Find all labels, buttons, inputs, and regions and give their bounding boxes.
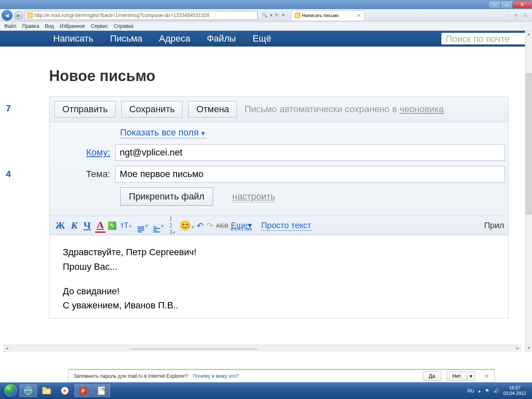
drafts-link[interactable]: черновика xyxy=(399,104,444,114)
hscroll-thumb[interactable] xyxy=(131,349,257,350)
tray-up-icon[interactable]: ▴ xyxy=(478,388,481,394)
address-bar[interactable]: @ xyxy=(25,11,258,20)
start-button[interactable] xyxy=(2,382,19,399)
send-button[interactable]: Отправить xyxy=(54,101,116,118)
autosave-note: Письмо автоматически сохранено в чернови… xyxy=(244,104,444,115)
window-close-button[interactable]: ✕ xyxy=(513,1,531,8)
undo-icon[interactable]: ↶ xyxy=(197,221,204,231)
passbar-yes-button[interactable]: Да xyxy=(423,372,441,381)
mail-header: Написать Письма Адреса Файлы Ещё Поиск п… xyxy=(0,31,532,47)
window-maximize-button[interactable]: ▭ xyxy=(501,1,512,8)
nav-inbox[interactable]: Письма xyxy=(110,33,143,44)
nav-compose[interactable]: Написать xyxy=(53,33,94,44)
stop-icon[interactable]: ✕ xyxy=(281,12,285,18)
scroll-up-icon[interactable]: ▲ xyxy=(525,31,532,38)
tray-clock[interactable]: 16:07 03.04.2012 xyxy=(503,385,526,396)
font-size-icon[interactable]: тТ xyxy=(119,220,133,231)
page-content: 7 4 Написать Письма Адреса Файлы Ещё Пои… xyxy=(0,31,532,352)
search-icon[interactable]: 🔍 xyxy=(262,12,268,18)
address-actions: 🔍 ▾ ↻ ✕ xyxy=(259,12,288,18)
plain-text-link[interactable]: Просто текст xyxy=(261,221,311,231)
passbar-no-button[interactable]: Нет xyxy=(446,372,467,381)
home-icon[interactable]: ⌂ xyxy=(506,12,510,18)
taskbar-explorer-icon[interactable] xyxy=(38,384,55,397)
italic-icon[interactable]: К xyxy=(69,219,79,232)
svg-rect-7 xyxy=(98,387,105,395)
refresh-icon[interactable]: ↻ xyxy=(275,12,279,18)
svg-rect-2 xyxy=(42,387,46,389)
taskbar: P RU ▴ ⚑ 🔊 16:07 03.04.2012 xyxy=(0,382,532,399)
taskbar-notepad-icon[interactable] xyxy=(93,384,110,397)
svg-text:P: P xyxy=(81,388,85,394)
favicon-icon: @ xyxy=(27,12,33,18)
tab-favicon-icon: @ xyxy=(295,12,300,18)
url-input[interactable] xyxy=(34,12,256,18)
tray-flag-icon[interactable]: ⚑ xyxy=(485,388,489,394)
tray-volume-icon[interactable]: 🔊 xyxy=(493,388,499,394)
back-button[interactable]: ◄ xyxy=(2,10,12,21)
taskbar-powerpoint-icon[interactable]: P xyxy=(74,384,92,397)
menu-edit[interactable]: Правка xyxy=(22,23,39,29)
more-format-link[interactable]: Еще▾ xyxy=(231,220,252,231)
align-icon[interactable] xyxy=(136,218,149,233)
to-input[interactable] xyxy=(115,144,505,161)
indent-icon[interactable] xyxy=(152,218,165,233)
nav-contacts[interactable]: Адреса xyxy=(159,33,190,44)
to-label[interactable]: Кому: xyxy=(49,147,115,158)
attach-settings-link[interactable]: настроить xyxy=(232,191,276,202)
tools-icon[interactable]: ⚙ xyxy=(523,12,528,18)
highlight-icon[interactable]: ✎ xyxy=(108,222,116,230)
menu-tools[interactable]: Сервис xyxy=(91,23,108,29)
tab-title: Написать письмо xyxy=(302,13,339,18)
strike-icon[interactable]: АБВ xyxy=(216,222,228,229)
horizontal-scrollbar[interactable]: ◄ ► xyxy=(3,345,521,352)
passbar-why-link[interactable]: Почему я вижу это? xyxy=(193,373,239,379)
scroll-down-icon[interactable]: ▼ xyxy=(525,345,532,352)
tray-lang[interactable]: RU xyxy=(468,388,474,393)
page-title: Новое письмо xyxy=(49,67,532,85)
passbar-close-icon[interactable]: ✕ xyxy=(484,373,489,379)
mail-search-input[interactable]: Поиск по почте xyxy=(441,33,532,44)
scroll-right-icon[interactable]: ► xyxy=(514,345,521,352)
ie-menubar: Файл Правка Вид Избранное Сервис Справка xyxy=(0,22,532,31)
attachments-label: Прил xyxy=(484,221,504,230)
passbar-no-dropdown[interactable]: ▾ xyxy=(467,372,475,381)
underline-icon[interactable]: Ч xyxy=(82,219,93,232)
forward-button[interactable]: ► xyxy=(14,11,23,20)
bold-icon[interactable]: Ж xyxy=(54,219,67,232)
vertical-scrollbar[interactable]: ▲ ▼ xyxy=(525,31,532,352)
font-color-icon[interactable]: А xyxy=(95,219,106,233)
subject-input[interactable] xyxy=(115,166,505,182)
dropdown-icon[interactable]: ▾ xyxy=(270,12,273,18)
nav-more[interactable]: Ещё xyxy=(253,33,271,44)
message-body[interactable]: Здравствуйте, Петр Сергеевич! Прошу Вас.… xyxy=(49,235,509,318)
system-tray: RU ▴ ⚑ 🔊 16:07 03.04.2012 xyxy=(468,385,530,396)
save-button[interactable]: Сохранить xyxy=(121,101,182,118)
subject-label: Тема: xyxy=(49,169,115,180)
nav-files[interactable]: Файлы xyxy=(207,33,236,44)
emoji-icon[interactable]: 😊 xyxy=(180,220,194,231)
menu-favorites[interactable]: Избранное xyxy=(60,23,85,29)
scroll-thumb[interactable] xyxy=(526,73,532,214)
menu-file[interactable]: Файл xyxy=(4,23,17,29)
cancel-button[interactable]: Отмена xyxy=(188,101,237,118)
show-all-fields-link[interactable]: Показать все поля xyxy=(120,127,206,138)
taskbar-mediaplayer-icon[interactable] xyxy=(56,384,74,397)
compose-fields: Показать все поля Кому: Тема: Прикрепить… xyxy=(49,122,509,216)
passbar-text: Запомнить пароль для mail.ru в Internet … xyxy=(74,373,188,379)
editor-toolbar: Ж К Ч А ✎ тТ 123 😊 ↶ ↷ АБВ Еще▾ Просто т… xyxy=(49,216,509,235)
scroll-left-icon[interactable]: ◄ xyxy=(3,345,10,352)
redo-icon[interactable]: ↷ xyxy=(206,221,213,231)
window-minimize-button[interactable]: – xyxy=(489,1,500,8)
taskbar-ie-icon[interactable] xyxy=(20,384,37,397)
browser-tab[interactable]: @ Написать письмо ✕ xyxy=(291,10,365,20)
menu-view[interactable]: Вид xyxy=(45,23,54,29)
ie-toolbar: ◄ ► @ 🔍 ▾ ↻ ✕ @ Написать письмо ✕ ⌂ ★ ⚙ xyxy=(0,9,532,22)
list-icon[interactable]: 123 xyxy=(167,215,177,236)
menu-help[interactable]: Справка xyxy=(114,23,133,29)
window-titlebar: – ▭ ✕ xyxy=(0,0,532,9)
tab-close-icon[interactable]: ✕ xyxy=(357,13,361,18)
compose-actions: Отправить Сохранить Отмена Письмо автома… xyxy=(49,96,509,122)
favorites-icon[interactable]: ★ xyxy=(514,12,519,18)
attach-file-button[interactable]: Прикрепить файл xyxy=(120,187,213,206)
